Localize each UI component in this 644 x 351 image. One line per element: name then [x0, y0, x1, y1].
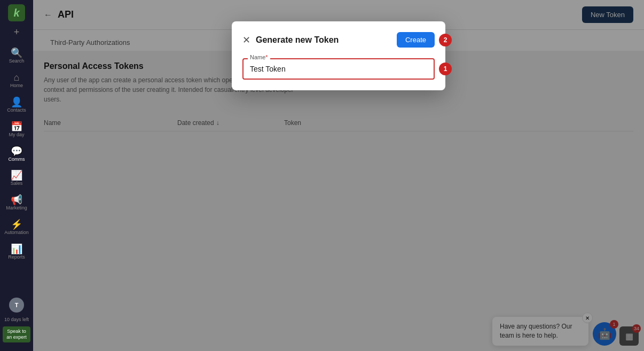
avatar: T — [9, 298, 24, 313]
sidebar-bottom: T 10 days left Speak to an expert — [3, 298, 30, 347]
field-wrapper: Name* 1 — [242, 58, 435, 80]
modal: ✕ Generate new Token Create 2 Name* — [232, 21, 445, 90]
comms-icon: 💬 — [11, 146, 22, 156]
required-marker: * — [265, 54, 268, 60]
home-icon: ⌂ — [14, 73, 20, 82]
sidebar-item-automation[interactable]: ⚡ Automation — [2, 216, 31, 239]
sidebar-item-label: Comms — [9, 157, 25, 162]
sales-icon: 📈 — [11, 170, 22, 180]
sidebar-item-label: Automation — [4, 230, 29, 236]
modal-close-button[interactable]: ✕ — [242, 35, 250, 45]
sidebar-logo: k — [8, 4, 25, 21]
create-button[interactable]: Create — [397, 32, 435, 48]
modal-header: ✕ Generate new Token Create 2 — [242, 32, 435, 48]
automation-icon: ⚡ — [11, 220, 22, 229]
sidebar-item-label: Marketing — [6, 206, 27, 211]
annotation-2: 2 — [439, 34, 452, 46]
add-button[interactable]: + — [10, 26, 23, 38]
annotation-1: 1 — [439, 63, 452, 75]
reports-icon: 📊 — [11, 244, 22, 254]
sidebar-item-search[interactable]: 🔍 Search — [2, 45, 31, 67]
main-content: ← API New Token Third-Party Authorizatio… — [33, 0, 644, 351]
name-input[interactable] — [242, 58, 435, 80]
name-field-row: Name* 1 — [242, 58, 435, 80]
days-left-label: 10 days left — [4, 317, 29, 322]
sidebar-item-myday[interactable]: 📅 My day — [2, 119, 31, 141]
sidebar-item-label: Search — [9, 59, 25, 64]
sidebar-item-contacts[interactable]: 👤 Contacts — [2, 94, 31, 116]
calendar-icon: 📅 — [11, 122, 22, 131]
sidebar-item-label: Sales — [11, 181, 23, 186]
speak-to-expert-button[interactable]: Speak to an expert — [3, 326, 30, 342]
sidebar-item-label: Home — [10, 83, 23, 89]
field-label: Name* — [248, 54, 270, 60]
sidebar-item-marketing[interactable]: 📢 Marketing — [2, 192, 31, 214]
sidebar-item-label: My day — [9, 132, 24, 138]
sidebar-item-sales[interactable]: 📈 Sales — [2, 167, 31, 190]
sidebar-item-comms[interactable]: 💬 Comms — [2, 143, 31, 166]
search-icon: 🔍 — [11, 48, 22, 58]
modal-title: Generate new Token — [256, 35, 339, 45]
sidebar-item-reports[interactable]: 📊 Reports — [2, 241, 31, 263]
contacts-icon: 👤 — [11, 97, 22, 107]
marketing-icon: 📢 — [11, 195, 22, 205]
sidebar-item-label: Contacts — [7, 108, 26, 113]
logo-letter: k — [13, 7, 19, 19]
modal-overlay: ✕ Generate new Token Create 2 Name* — [33, 0, 644, 351]
sidebar-item-home[interactable]: ⌂ Home — [2, 69, 31, 92]
sidebar-item-label: Reports — [8, 255, 25, 260]
sidebar: k + 🔍 Search ⌂ Home 👤 Contacts 📅 My day … — [0, 0, 33, 351]
